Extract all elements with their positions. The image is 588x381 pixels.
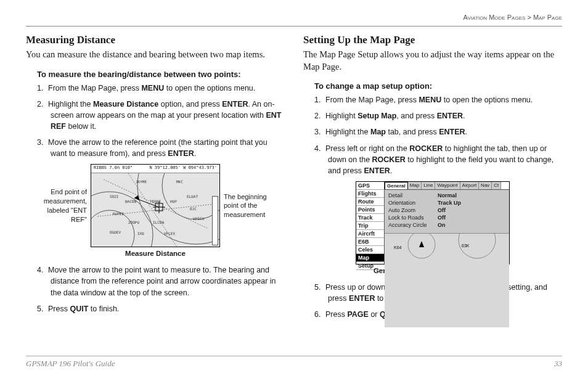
column-right: Setting Up the Map Page The Map Page Set…: [303, 34, 562, 325]
setup-screenshot: GPS Flights Route Points Track Trip Airc…: [356, 181, 510, 264]
tab-map: Map: [408, 182, 422, 189]
figure-measure-distance: End point of measurement, labeled "ENT R…: [26, 164, 285, 247]
breadcrumb-page: Map Page: [533, 14, 562, 21]
intro-left: You can measure the distance and bearing…: [26, 49, 285, 61]
map-screenshot: RIBBS 7.0n 010° N 39°12.005' W 094°43.97…: [91, 164, 220, 247]
steps-left-4-5: 4.Move the arrow to the point want to me…: [37, 264, 285, 314]
tab-waypoint: Waypoint: [435, 182, 460, 189]
svg-point-3: [91, 210, 134, 247]
map-vector: [91, 173, 220, 247]
side-tab-points: Points: [356, 206, 384, 214]
step-l1: 1.From the Map Page, press MENU to open …: [37, 83, 285, 94]
setup-main: General Map Line Waypoint Airport Nav Ct…: [385, 182, 509, 264]
map-scale-bar: [212, 196, 218, 245]
content-columns: Measuring Distance You can measure the d…: [26, 34, 562, 325]
header-rule: [26, 26, 562, 27]
setup-top-tabs: General Map Line Waypoint Airport Nav Ct: [385, 182, 509, 190]
setup-mini-map: K6463K: [385, 233, 509, 327]
side-tab-flights: Flights: [356, 190, 384, 198]
callout-right: The beginning point of the measurement: [224, 192, 279, 220]
step-l2: 2.Highlight the Measure Distance option,…: [37, 99, 285, 132]
step-l3: 3.Move the arrow to the reference point …: [37, 137, 285, 159]
row-accuracy: Accuracy CircleOn: [388, 222, 505, 228]
footer-title: GPSMAP 196 Pilot's Guide: [26, 359, 115, 369]
step-l5: 5.Press QUIT to finish.: [37, 303, 285, 314]
setup-body: DetailNormal OrientationTrack Up Auto Zo…: [385, 190, 509, 232]
step-l4: 4.Move the arrow to the point want to me…: [37, 264, 285, 298]
tab-nav: Nav: [479, 182, 492, 189]
footer-page-number: 33: [554, 359, 562, 369]
step-r2: 2.Highlight Setup Map, and press ENTER.: [314, 110, 562, 121]
svg-point-0: [137, 173, 220, 244]
steps-right-1-4: 1.From the Map Page, press MENU to open …: [314, 94, 562, 176]
step-r3: 3.Highlight the Map tab, and press ENTER…: [314, 126, 562, 137]
side-tab-celes: Celes: [356, 246, 384, 254]
side-tab-route: Route: [356, 198, 384, 206]
subhead-right: To change a map setup option:: [314, 81, 562, 91]
svg-text:K64: K64: [394, 245, 402, 250]
tab-line: Line: [422, 182, 435, 189]
tab-ct: Ct: [492, 182, 501, 189]
row-locktoroads: Lock to RoadsOff: [388, 215, 505, 221]
breadcrumb: Aviation Mode Pages > Map Page: [26, 14, 562, 21]
breadcrumb-section: Aviation Mode Pages: [463, 14, 525, 21]
step-r4: 4.Press left or right on the ROCKER to h…: [314, 143, 562, 176]
page-footer: GPSMAP 196 Pilot's Guide 33: [26, 356, 562, 369]
svg-text:63K: 63K: [462, 244, 470, 248]
callout-left: End point of measurement, labeled "ENT R…: [31, 187, 87, 224]
intro-right: The Map Page Setup allows you to adjust …: [303, 49, 562, 73]
heading-measuring-distance: Measuring Distance: [26, 34, 285, 46]
step-r1: 1.From the Map Page, press MENU to open …: [314, 94, 562, 105]
side-tab-trip: Trip: [356, 222, 384, 230]
side-tab-aircraft: Aircrft: [356, 230, 384, 238]
row-orientation: OrientationTrack Up: [388, 200, 505, 206]
side-tab-gps: GPS: [356, 182, 384, 190]
caption-measure-distance: Measure Distance: [26, 250, 285, 257]
row-detail: DetailNormal: [388, 192, 505, 199]
tab-general: General: [385, 182, 408, 189]
side-tab-e6b: E6B: [356, 238, 384, 246]
svg-point-2: [91, 192, 153, 247]
svg-marker-15: [419, 241, 424, 247]
heading-setup-map: Setting Up the Map Page: [303, 34, 562, 46]
side-tab-map: Map: [356, 254, 384, 262]
column-left: Measuring Distance You can measure the d…: [26, 34, 285, 325]
row-autozoom: Auto ZoomOff: [388, 207, 505, 213]
subhead-left: To measure the bearing/distance between …: [37, 70, 285, 79]
side-tab-track: Track: [356, 214, 384, 222]
map-data-bar: RIBBS 7.0n 010° N 39°12.005' W 094°43.97…: [91, 165, 219, 173]
tab-airport: Airport: [460, 182, 480, 189]
setup-side-tabs: GPS Flights Route Points Track Trip Airc…: [356, 182, 385, 264]
steps-left-1-3: 1.From the Map Page, press MENU to open …: [37, 83, 285, 160]
